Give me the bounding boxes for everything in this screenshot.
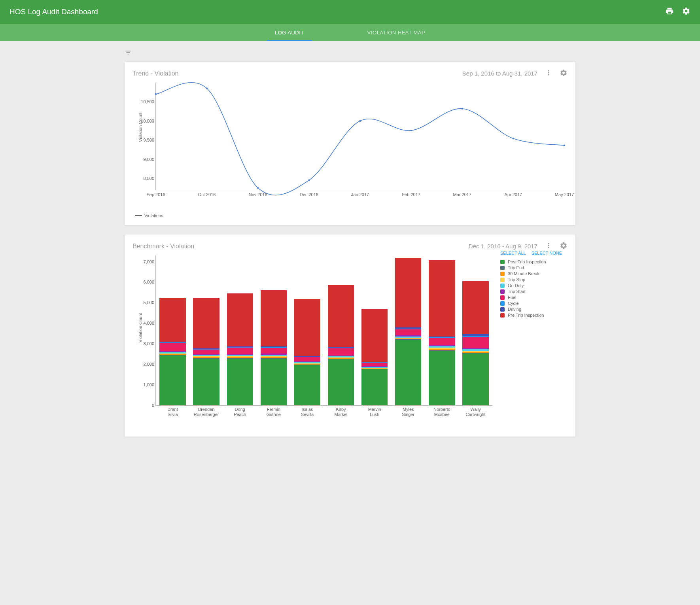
gear-icon[interactable] xyxy=(682,7,691,17)
trend-legend: Violations xyxy=(135,213,568,218)
tab-heat-map[interactable]: VIOLATION HEAT MAP xyxy=(359,25,433,41)
filter-icon[interactable] xyxy=(125,51,132,57)
more-icon[interactable] xyxy=(545,242,552,251)
benchmark-date-range: Dec 1, 2016 - Aug 9, 2017 xyxy=(469,243,537,250)
bar-stack[interactable] xyxy=(227,293,253,405)
bar-stack[interactable] xyxy=(361,309,388,405)
legend-items: Post Trip InspectionTrip End30 Minute Br… xyxy=(500,259,568,318)
svg-point-5 xyxy=(410,130,412,131)
y-tick: 10,500 xyxy=(137,99,154,104)
bar-segment xyxy=(429,338,455,345)
bar-stack[interactable] xyxy=(261,290,287,405)
x-tick: NorbertoMcabee xyxy=(433,407,450,417)
x-tick: Dec 2016 xyxy=(300,192,318,197)
legend-label: Trip Start xyxy=(508,289,526,294)
benchmark-legend: SELECT ALL SELECT NONE Post Trip Inspect… xyxy=(500,251,568,319)
legend-swatch xyxy=(500,301,505,306)
bar-segment xyxy=(395,258,421,328)
x-tick: May 2017 xyxy=(555,192,574,197)
bar-segment xyxy=(261,348,287,354)
legend-actions: SELECT ALL SELECT NONE xyxy=(500,251,568,255)
legend-item[interactable]: Trip Stop xyxy=(500,277,568,282)
bar-segment xyxy=(193,359,219,405)
x-tick: DongPeach xyxy=(234,407,246,417)
bar-stack[interactable] xyxy=(294,299,320,405)
svg-point-4 xyxy=(359,120,361,122)
svg-point-3 xyxy=(308,180,310,181)
benchmark-y-axis-title: Violation Count xyxy=(138,313,143,342)
x-tick: FerminGuthrie xyxy=(267,407,281,417)
legend-item[interactable]: Trip Start xyxy=(500,289,568,294)
trend-date-range: Sep 1, 2016 to Aug 31, 2017 xyxy=(462,70,537,77)
benchmark-header-right: Dec 1, 2016 - Aug 9, 2017 xyxy=(469,242,568,251)
legend-label: Cycle xyxy=(508,301,519,306)
legend-swatch xyxy=(500,278,505,282)
benchmark-plot: 01,0002,0003,0004,0005,0006,0007,000Bran… xyxy=(155,255,492,406)
legend-swatch xyxy=(500,272,505,276)
header-actions xyxy=(665,7,691,17)
bar-stack[interactable] xyxy=(193,298,219,405)
legend-label: Trip Stop xyxy=(508,277,525,282)
bar-segment xyxy=(395,329,421,335)
trend-chart: Violation Count 8,5009,0009,50010,00010,… xyxy=(132,83,568,201)
x-tick: Jan 2017 xyxy=(351,192,369,197)
trend-header: Trend - Violation Sep 1, 2016 to Aug 31,… xyxy=(132,69,568,78)
bar-stack[interactable] xyxy=(395,258,421,405)
y-tick: 4,000 xyxy=(137,321,154,325)
legend-item[interactable]: Trip End xyxy=(500,265,568,270)
gear-icon[interactable] xyxy=(560,69,568,78)
y-tick: 2,000 xyxy=(137,362,154,367)
trend-header-right: Sep 1, 2016 to Aug 31, 2017 xyxy=(462,69,568,78)
bar-segment xyxy=(328,348,354,356)
y-tick: 1,000 xyxy=(137,382,154,387)
tab-log-audit[interactable]: LOG AUDIT xyxy=(267,25,312,41)
select-all-button[interactable]: SELECT ALL xyxy=(500,251,526,255)
legend-label: Pre Trip Inspection xyxy=(508,313,544,318)
bar-segment xyxy=(193,350,219,354)
bar-segment xyxy=(294,365,320,405)
bar-stack[interactable] xyxy=(328,285,354,405)
y-tick: 10,000 xyxy=(137,119,154,123)
more-icon[interactable] xyxy=(545,69,552,78)
legend-item[interactable]: Driving xyxy=(500,307,568,312)
bar-stack[interactable] xyxy=(462,281,488,405)
gear-icon[interactable] xyxy=(560,242,568,251)
y-tick: 6,000 xyxy=(137,280,154,284)
bar-stack[interactable] xyxy=(429,260,455,405)
legend-item[interactable]: Cycle xyxy=(500,301,568,306)
svg-point-7 xyxy=(513,138,514,139)
bar-segment xyxy=(462,337,488,348)
x-tick: Nov 2016 xyxy=(249,192,267,197)
y-tick: 7,000 xyxy=(137,259,154,264)
legend-item[interactable]: Post Trip Inspection xyxy=(500,259,568,264)
x-tick: MylesSinger xyxy=(402,407,414,417)
legend-item[interactable]: Pre Trip Inspection xyxy=(500,313,568,318)
x-tick: IsaiasSevilla xyxy=(301,407,314,417)
legend-label: Fuel xyxy=(508,295,516,300)
print-icon[interactable] xyxy=(665,7,674,17)
bar-segment xyxy=(227,293,253,346)
benchmark-chart: Violation Count 01,0002,0003,0004,0005,0… xyxy=(132,255,568,429)
benchmark-card: Benchmark - Violation Dec 1, 2016 - Aug … xyxy=(125,234,575,437)
legend-label: On Duty xyxy=(508,283,524,288)
bar-stack[interactable] xyxy=(159,298,185,405)
bar-segment xyxy=(227,359,253,405)
bar-segment xyxy=(328,285,354,347)
legend-item[interactable]: On Duty xyxy=(500,283,568,288)
benchmark-header: Benchmark - Violation Dec 1, 2016 - Aug … xyxy=(132,242,568,251)
legend-swatch xyxy=(500,313,505,318)
legend-swatch xyxy=(500,307,505,312)
svg-point-8 xyxy=(564,145,565,146)
legend-item[interactable]: 30 Minute Break xyxy=(500,271,568,276)
y-tick: 0 xyxy=(137,403,154,408)
bar-segment xyxy=(429,260,455,337)
bar-segment xyxy=(159,298,185,342)
svg-point-0 xyxy=(155,93,157,95)
svg-point-2 xyxy=(257,187,259,189)
select-none-button[interactable]: SELECT NONE xyxy=(532,251,562,255)
legend-item[interactable]: Fuel xyxy=(500,295,568,300)
x-tick: Mar 2017 xyxy=(453,192,471,197)
x-tick: KirbyMarkel xyxy=(335,407,348,417)
app-header: HOS Log Audit Dashboard xyxy=(0,0,700,24)
x-tick: MervinLush xyxy=(368,407,381,417)
